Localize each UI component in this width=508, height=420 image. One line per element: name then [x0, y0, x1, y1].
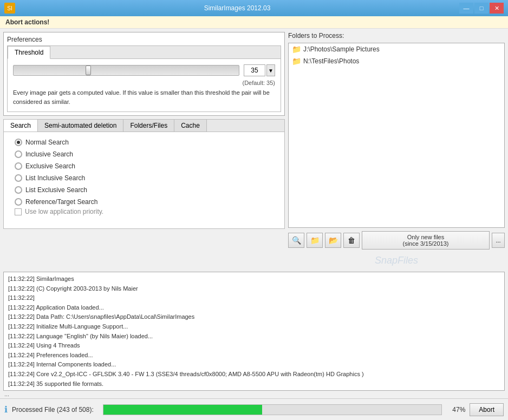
folder-item-2[interactable]: 📁 N:\TestFiles\Photos	[289, 55, 504, 67]
log-line: [11:32:22]	[8, 293, 500, 303]
log-line: [11:32:24] Internal Components loaded...	[8, 360, 500, 370]
folder-path-2: N:\TestFiles\Photos	[303, 57, 359, 65]
slider-thumb	[86, 65, 91, 75]
close-button[interactable]: ✕	[490, 3, 504, 14]
search-section: Search Semi-automated deletion Folders/F…	[3, 119, 285, 229]
radio-circle-exclusive	[15, 162, 22, 170]
dots-button[interactable]: ...	[492, 233, 505, 248]
folders-list[interactable]: 📁 J:\Photos\Sample Pictures 📁 N:\TestFil…	[288, 43, 505, 228]
bottom-section: ... ℹ Processed File (243 of 508): 47% A…	[0, 391, 508, 420]
title-bar: SI SimilarImages 2012.03 — □ ✕	[0, 0, 508, 16]
radio-label-list-inclusive: List Inclusive Search	[25, 174, 85, 182]
radio-circle-reference	[15, 198, 22, 206]
window-title: SimilarImages 2012.03	[15, 4, 459, 12]
folder-icon-1: 📁	[292, 45, 301, 54]
log-line: [11:32:22] Language "English" (by Nils M…	[8, 332, 500, 342]
radio-inclusive-search[interactable]: Inclusive Search	[15, 150, 273, 158]
search-folder-button[interactable]: 🔍	[288, 233, 304, 248]
radio-circle-inclusive	[15, 150, 22, 158]
radio-label-list-exclusive: List Exclusive Search	[25, 186, 87, 194]
low-priority-label: Use low application priority.	[25, 208, 103, 215]
tab-folders-files[interactable]: Folders/Files	[123, 120, 174, 132]
add-folder-button[interactable]: 📁	[307, 233, 323, 248]
log-line: [11:32:22] (C) Copyright 2003-2013 by Ni…	[8, 284, 500, 294]
radio-exclusive-search[interactable]: Exclusive Search	[15, 162, 273, 170]
right-panel: Folders to Process: 📁 J:\Photos\Sample P…	[288, 32, 505, 268]
log-line: [11:32:22] Initialize Multi-Language Sup…	[8, 322, 500, 332]
radio-label-exclusive: Exclusive Search	[25, 162, 75, 170]
radio-label-normal: Normal Search	[25, 139, 69, 146]
app-icon: SI	[4, 3, 15, 14]
radio-label-reference: Reference/Target Search	[25, 198, 97, 206]
search-radio-group: Normal Search Inclusive Search Exclusive…	[15, 139, 273, 206]
folder-actions: 🔍 📁 📂 🗑 Only new files (since 3/15/2013)…	[288, 231, 505, 250]
folder-item-1[interactable]: 📁 J:\Photos\Sample Pictures	[289, 43, 504, 55]
radio-label-inclusive: Inclusive Search	[25, 150, 73, 158]
window-controls: — □ ✕	[459, 3, 504, 14]
search-tab-header: Search Semi-automated deletion Folders/F…	[3, 119, 285, 132]
folders-label: Folders to Process:	[288, 32, 505, 40]
radio-normal-search[interactable]: Normal Search	[15, 139, 273, 146]
content-area: Preferences Threshold 35 ▼	[0, 29, 508, 272]
radio-reference-target[interactable]: Reference/Target Search	[15, 198, 273, 206]
status-sub: ...	[0, 391, 508, 398]
threshold-default: (Default: 35)	[13, 80, 275, 86]
new-files-box: Only new files (since 3/15/2013)	[362, 231, 490, 250]
search-tab-content: Normal Search Inclusive Search Exclusive…	[3, 132, 285, 229]
log-line: [11:32:24] Preferences loaded...	[8, 351, 500, 360]
new-files-label: Only new files	[407, 234, 444, 240]
radio-list-exclusive[interactable]: List Exclusive Search	[15, 186, 273, 194]
tab-cache[interactable]: Cache	[174, 120, 207, 132]
threshold-slider[interactable]	[13, 65, 239, 76]
preferences-label: Preferences	[7, 36, 281, 43]
threshold-tab-panel: Threshold 35 ▼ (Default: 35)	[7, 45, 281, 112]
progress-bar-container	[103, 404, 442, 415]
threshold-tab-content: 35 ▼ (Default: 35) Every image pair gets…	[8, 59, 281, 111]
radio-list-inclusive[interactable]: List Inclusive Search	[15, 174, 273, 182]
log-line: [11:32:24] Using 4 Threads	[8, 341, 500, 351]
threshold-tab-header: Threshold	[8, 46, 281, 59]
threshold-dropdown[interactable]: ▼	[266, 64, 275, 76]
tab-semi-automated[interactable]: Semi-automated deletion	[38, 120, 123, 132]
log-line: [11:32:24] Core v2.2_Opt-ICC - GFLSDK 3.…	[8, 370, 500, 379]
new-files-date: (since 3/15/2013)	[403, 240, 449, 247]
threshold-input[interactable]: 35	[244, 64, 265, 76]
threshold-description: Every image pair gets a computed value. …	[13, 88, 275, 106]
left-panel: Preferences Threshold 35 ▼	[3, 32, 285, 268]
radio-circle-list-inclusive	[15, 174, 22, 182]
abort-button[interactable]: Abort	[470, 403, 504, 416]
folder-icon-2: 📁	[292, 57, 301, 65]
status-text: Processed File (243 of 508):	[12, 406, 99, 414]
progress-bar-fill	[103, 405, 262, 415]
maximize-button[interactable]: □	[474, 3, 489, 14]
remove-folder-button[interactable]: 🗑	[343, 233, 360, 248]
watermark: SnapFiles	[288, 253, 505, 268]
threshold-value-box: 35 ▼	[244, 64, 275, 76]
main-window: Abort actions! Preferences Threshold	[0, 16, 508, 420]
threshold-row: 35 ▼	[13, 64, 275, 76]
checkbox-low-priority	[15, 208, 22, 215]
minimize-button[interactable]: —	[459, 3, 473, 14]
radio-circle-list-exclusive	[15, 186, 22, 194]
folder-path-1: J:\Photos\Sample Pictures	[303, 45, 380, 53]
log-area[interactable]: [11:32:22] SimilarImages[11:32:22] (C) C…	[3, 272, 505, 391]
open-folder-button[interactable]: 📂	[325, 233, 341, 248]
log-line: [11:32:22] Application Data loaded...	[8, 303, 500, 313]
log-line: [11:32:22] Data Path: C:\Users\snapfiles…	[8, 312, 500, 322]
alert-text: Abort actions!	[5, 18, 49, 26]
progress-percent: 47%	[446, 406, 465, 414]
status-icon: ℹ	[4, 404, 8, 415]
preferences-box: Preferences Threshold 35 ▼	[3, 32, 285, 116]
threshold-tab[interactable]: Threshold	[8, 46, 50, 59]
log-line: [11:32:22] SimilarImages	[8, 274, 500, 284]
log-line: [11:32:24] 35 supported file formats.	[8, 379, 500, 389]
radio-circle-normal	[15, 139, 22, 146]
alert-bar: Abort actions!	[0, 16, 508, 29]
low-priority-checkbox[interactable]: Use low application priority.	[15, 208, 273, 215]
tab-search[interactable]: Search	[4, 120, 38, 132]
status-bar: ℹ Processed File (243 of 508): 47% Abort	[0, 398, 508, 420]
